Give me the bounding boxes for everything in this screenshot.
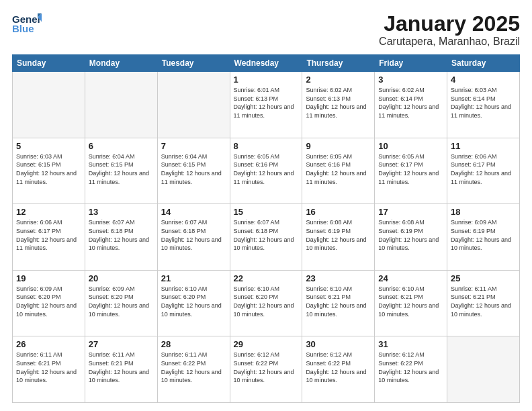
calendar-subtitle: Carutapera, Maranhao, Brazil — [379, 36, 520, 48]
calendar-week-row: 19Sunrise: 6:09 AM Sunset: 6:20 PM Dayli… — [13, 270, 520, 336]
col-monday: Monday — [85, 55, 157, 72]
svg-text:Blue: Blue — [12, 23, 34, 34]
day-info: Sunrise: 6:04 AM Sunset: 6:15 PM Dayligh… — [89, 152, 154, 186]
day-info: Sunrise: 6:11 AM Sunset: 6:21 PM Dayligh… — [451, 285, 516, 318]
day-info: Sunrise: 6:11 AM Sunset: 6:22 PM Dayligh… — [161, 351, 226, 384]
day-number: 13 — [89, 207, 154, 217]
col-thursday: Thursday — [302, 55, 375, 72]
table-row: 8Sunrise: 6:05 AM Sunset: 6:16 PM Daylig… — [230, 138, 302, 204]
calendar-title: January 2025 — [379, 12, 520, 36]
day-info: Sunrise: 6:08 AM Sunset: 6:19 PM Dayligh… — [378, 218, 443, 252]
day-number: 9 — [306, 141, 371, 151]
day-info: Sunrise: 6:08 AM Sunset: 6:19 PM Dayligh… — [306, 218, 371, 252]
day-info: Sunrise: 6:12 AM Sunset: 6:22 PM Dayligh… — [306, 351, 371, 384]
day-number: 28 — [161, 339, 226, 349]
day-number: 2 — [306, 75, 371, 85]
table-row: 23Sunrise: 6:10 AM Sunset: 6:21 PM Dayli… — [302, 270, 375, 336]
day-info: Sunrise: 6:03 AM Sunset: 6:15 PM Dayligh… — [16, 152, 81, 186]
table-row: 27Sunrise: 6:11 AM Sunset: 6:21 PM Dayli… — [85, 336, 157, 403]
day-number: 3 — [378, 75, 443, 85]
day-number: 10 — [378, 141, 443, 151]
day-info: Sunrise: 6:06 AM Sunset: 6:17 PM Dayligh… — [451, 152, 516, 186]
day-info: Sunrise: 6:05 AM Sunset: 6:16 PM Dayligh… — [306, 152, 371, 186]
table-row: 7Sunrise: 6:04 AM Sunset: 6:15 PM Daylig… — [157, 138, 230, 204]
col-sunday: Sunday — [13, 55, 85, 72]
table-row: 19Sunrise: 6:09 AM Sunset: 6:20 PM Dayli… — [13, 270, 85, 336]
logo: General Blue — [12, 12, 42, 36]
table-row: 6Sunrise: 6:04 AM Sunset: 6:15 PM Daylig… — [85, 138, 157, 204]
calendar-week-row: 5Sunrise: 6:03 AM Sunset: 6:15 PM Daylig… — [13, 138, 520, 204]
table-row: 12Sunrise: 6:06 AM Sunset: 6:17 PM Dayli… — [13, 204, 85, 271]
day-number: 12 — [16, 207, 81, 217]
calendar-week-row: 12Sunrise: 6:06 AM Sunset: 6:17 PM Dayli… — [13, 204, 520, 271]
day-number: 31 — [378, 339, 443, 349]
table-row: 3Sunrise: 6:02 AM Sunset: 6:14 PM Daylig… — [375, 72, 447, 138]
table-row — [447, 336, 520, 403]
table-row: 10Sunrise: 6:05 AM Sunset: 6:17 PM Dayli… — [375, 138, 447, 204]
col-friday: Friday — [375, 55, 447, 72]
day-info: Sunrise: 6:11 AM Sunset: 6:21 PM Dayligh… — [89, 351, 154, 384]
table-row: 2Sunrise: 6:02 AM Sunset: 6:13 PM Daylig… — [302, 72, 375, 138]
table-row — [85, 72, 157, 138]
table-row: 1Sunrise: 6:01 AM Sunset: 6:13 PM Daylig… — [230, 72, 302, 138]
calendar-week-row: 1Sunrise: 6:01 AM Sunset: 6:13 PM Daylig… — [13, 72, 520, 138]
day-info: Sunrise: 6:10 AM Sunset: 6:20 PM Dayligh… — [234, 285, 299, 318]
day-number: 5 — [16, 141, 81, 151]
day-info: Sunrise: 6:12 AM Sunset: 6:22 PM Dayligh… — [378, 351, 443, 384]
day-number: 11 — [451, 141, 516, 151]
day-number: 16 — [306, 207, 371, 217]
day-info: Sunrise: 6:09 AM Sunset: 6:20 PM Dayligh… — [89, 285, 154, 318]
table-row: 4Sunrise: 6:03 AM Sunset: 6:14 PM Daylig… — [447, 72, 520, 138]
day-number: 6 — [89, 141, 154, 151]
day-info: Sunrise: 6:11 AM Sunset: 6:21 PM Dayligh… — [16, 351, 81, 384]
day-info: Sunrise: 6:12 AM Sunset: 6:22 PM Dayligh… — [234, 351, 299, 384]
table-row: 17Sunrise: 6:08 AM Sunset: 6:19 PM Dayli… — [375, 204, 447, 271]
day-info: Sunrise: 6:07 AM Sunset: 6:18 PM Dayligh… — [161, 218, 226, 252]
table-row: 9Sunrise: 6:05 AM Sunset: 6:16 PM Daylig… — [302, 138, 375, 204]
calendar-header-row: Sunday Monday Tuesday Wednesday Thursday… — [13, 55, 520, 72]
col-saturday: Saturday — [447, 55, 520, 72]
day-info: Sunrise: 6:07 AM Sunset: 6:18 PM Dayligh… — [89, 218, 154, 252]
day-info: Sunrise: 6:05 AM Sunset: 6:17 PM Dayligh… — [378, 152, 443, 186]
table-row: 18Sunrise: 6:09 AM Sunset: 6:19 PM Dayli… — [447, 204, 520, 271]
table-row: 26Sunrise: 6:11 AM Sunset: 6:21 PM Dayli… — [13, 336, 85, 403]
day-info: Sunrise: 6:05 AM Sunset: 6:16 PM Dayligh… — [234, 152, 299, 186]
logo-icon: General Blue — [12, 12, 42, 36]
title-section: January 2025 Carutapera, Maranhao, Brazi… — [379, 12, 520, 48]
day-info: Sunrise: 6:01 AM Sunset: 6:13 PM Dayligh… — [234, 86, 299, 120]
day-number: 17 — [378, 207, 443, 217]
calendar-table: Sunday Monday Tuesday Wednesday Thursday… — [12, 54, 520, 403]
day-info: Sunrise: 6:04 AM Sunset: 6:15 PM Dayligh… — [161, 152, 226, 186]
day-number: 19 — [16, 273, 81, 283]
day-number: 8 — [234, 141, 299, 151]
day-number: 7 — [161, 141, 226, 151]
day-info: Sunrise: 6:10 AM Sunset: 6:20 PM Dayligh… — [161, 285, 226, 318]
day-number: 27 — [89, 339, 154, 349]
table-row: 31Sunrise: 6:12 AM Sunset: 6:22 PM Dayli… — [375, 336, 447, 403]
day-number: 23 — [306, 273, 371, 283]
table-row: 21Sunrise: 6:10 AM Sunset: 6:20 PM Dayli… — [157, 270, 230, 336]
day-number: 20 — [89, 273, 154, 283]
day-info: Sunrise: 6:09 AM Sunset: 6:19 PM Dayligh… — [451, 218, 516, 252]
day-number: 4 — [451, 75, 516, 85]
day-number: 14 — [161, 207, 226, 217]
table-row: 25Sunrise: 6:11 AM Sunset: 6:21 PM Dayli… — [447, 270, 520, 336]
col-tuesday: Tuesday — [157, 55, 230, 72]
table-row: 24Sunrise: 6:10 AM Sunset: 6:21 PM Dayli… — [375, 270, 447, 336]
day-number: 15 — [234, 207, 299, 217]
day-info: Sunrise: 6:02 AM Sunset: 6:13 PM Dayligh… — [306, 86, 371, 120]
table-row: 28Sunrise: 6:11 AM Sunset: 6:22 PM Dayli… — [157, 336, 230, 403]
day-number: 25 — [451, 273, 516, 283]
day-number: 18 — [451, 207, 516, 217]
day-number: 1 — [234, 75, 299, 85]
day-number: 30 — [306, 339, 371, 349]
table-row: 11Sunrise: 6:06 AM Sunset: 6:17 PM Dayli… — [447, 138, 520, 204]
day-number: 26 — [16, 339, 81, 349]
day-number: 29 — [234, 339, 299, 349]
day-info: Sunrise: 6:02 AM Sunset: 6:14 PM Dayligh… — [378, 86, 443, 120]
day-info: Sunrise: 6:10 AM Sunset: 6:21 PM Dayligh… — [378, 285, 443, 318]
page: General Blue January 2025 Carutapera, Ma… — [0, 0, 532, 411]
day-info: Sunrise: 6:10 AM Sunset: 6:21 PM Dayligh… — [306, 285, 371, 318]
table-row: 30Sunrise: 6:12 AM Sunset: 6:22 PM Dayli… — [302, 336, 375, 403]
day-number: 21 — [161, 273, 226, 283]
